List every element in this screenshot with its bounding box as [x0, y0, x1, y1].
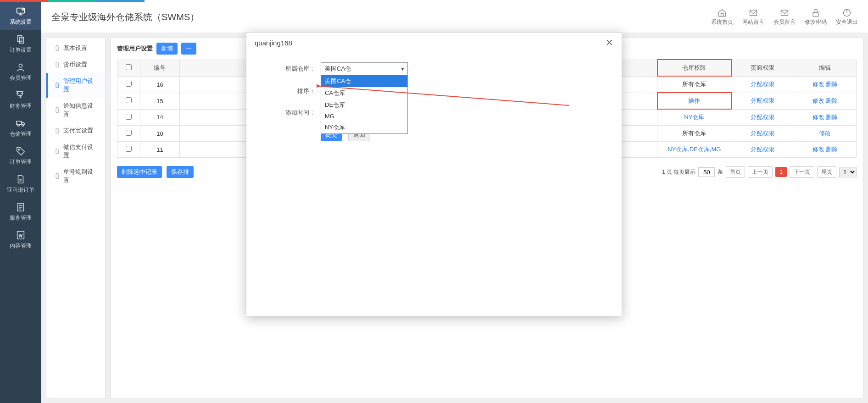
dropdown-option[interactable]: NY仓库 — [321, 121, 407, 133]
label-sort: 排序： — [260, 87, 315, 95]
warehouse-select[interactable]: 美国CA仓 — [321, 62, 408, 75]
dropdown-option[interactable]: CA仓库 — [321, 87, 407, 99]
dropdown-option[interactable]: 美国CA仓 — [321, 75, 407, 87]
modal-title: quanjing168 — [255, 39, 292, 47]
dropdown-option[interactable]: MG — [321, 111, 407, 121]
dropdown-option[interactable]: DE仓库 — [321, 99, 407, 111]
label-warehouse: 所属仓库： — [260, 65, 315, 73]
warehouse-dropdown: 美国CA仓CA仓库DE仓库MGNY仓库 — [321, 75, 408, 134]
edit-user-modal: quanjing168 ✕ 所属仓库： 美国CA仓 美国CA仓CA仓库DE仓库M… — [246, 32, 622, 316]
label-add-time: 添加时间： — [260, 109, 315, 117]
close-icon[interactable]: ✕ — [606, 38, 613, 47]
